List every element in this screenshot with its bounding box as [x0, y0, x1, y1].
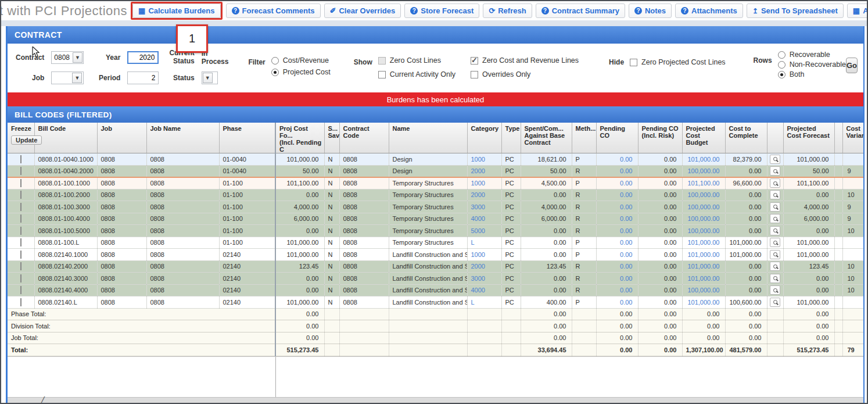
chevron-down-icon[interactable]: ▼ — [73, 52, 83, 63]
pending-co-link[interactable]: 0.00 — [596, 201, 638, 213]
chevron-down-icon[interactable]: ▼ — [203, 73, 213, 83]
checkbox-icon[interactable] — [471, 57, 478, 65]
checkbox-icon[interactable] — [471, 71, 478, 78]
clear-overrides-button[interactable]: ✐ Clear Overrides — [324, 3, 401, 18]
pending-co-link[interactable]: 0.00 — [596, 237, 638, 249]
pending-co-link[interactable]: 0.00 — [596, 273, 638, 285]
category-link[interactable]: 4000 — [467, 284, 501, 296]
store-forecast-button[interactable]: Store Forecast — [404, 3, 479, 18]
search-icon[interactable] — [770, 285, 780, 295]
job-dropdown[interactable]: ▼ — [51, 71, 84, 84]
pending-co-link[interactable]: 0.00 — [596, 296, 638, 309]
checkbox-icon[interactable] — [630, 59, 637, 66]
row-checkbox[interactable] — [20, 238, 21, 246]
row-checkbox[interactable] — [20, 203, 21, 211]
search-icon[interactable] — [770, 214, 780, 223]
radio-non-recoverable[interactable]: Non-Recoverable — [778, 60, 846, 69]
archive-forecast-button[interactable]: ▦ Archive Forecast — [847, 3, 868, 18]
go-button[interactable]: Go — [846, 58, 858, 73]
category-link[interactable]: 3000 — [467, 201, 501, 213]
category-link[interactable]: L — [467, 237, 501, 249]
pending-co-link[interactable]: 0.00 — [596, 260, 638, 273]
contract-dropdown[interactable]: 0808 ▼ — [51, 51, 84, 64]
search-icon[interactable] — [770, 262, 780, 271]
checkbox-current-activity-only[interactable]: Current Activity Only — [378, 70, 455, 78]
pending-co-link[interactable]: 0.00 — [596, 249, 638, 261]
refresh-button[interactable]: ⟳ Refresh — [483, 3, 532, 18]
attachments-button[interactable]: Attachments — [675, 3, 743, 18]
projected-cost-budget-link[interactable]: 100,000.00 — [682, 225, 725, 237]
chevron-down-icon[interactable]: ▼ — [72, 73, 82, 83]
pending-co-link[interactable]: 0.00 — [596, 153, 638, 166]
projected-cost-budget-link[interactable]: 100,000.00 — [682, 165, 725, 177]
search-icon[interactable] — [770, 202, 780, 212]
horizontal-scrollbar[interactable]: ╱ — [8, 397, 863, 404]
category-link[interactable]: L — [467, 296, 501, 309]
row-checkbox[interactable] — [20, 214, 21, 223]
status-dropdown[interactable]: ▼ — [202, 71, 218, 84]
row-checkbox[interactable] — [20, 251, 21, 259]
row-checkbox[interactable] — [20, 155, 21, 163]
radio-both[interactable]: Both — [778, 70, 846, 78]
category-link[interactable]: 1000 — [467, 249, 501, 261]
projected-cost-budget-link[interactable]: 101,000.00 — [682, 237, 725, 249]
row-checkbox[interactable] — [20, 286, 21, 294]
category-link[interactable]: 1000 — [467, 153, 501, 166]
category-link[interactable]: 4000 — [467, 213, 501, 225]
search-icon[interactable] — [770, 155, 780, 164]
radio-icon[interactable] — [778, 71, 785, 78]
projected-cost-budget-link[interactable]: 101,000.00 — [682, 153, 725, 166]
projected-cost-budget-link[interactable]: 101,000.00 — [682, 260, 725, 273]
period-field[interactable] — [127, 71, 159, 84]
search-icon[interactable] — [770, 166, 780, 176]
row-checkbox[interactable] — [20, 227, 21, 235]
pending-co-link[interactable]: 0.00 — [596, 225, 638, 237]
pending-co-link[interactable]: 0.00 — [596, 213, 638, 225]
projected-cost-budget-link[interactable]: 100,000.00 — [682, 201, 725, 213]
category-link[interactable]: 2000 — [467, 260, 501, 273]
pending-co-link[interactable]: 0.00 — [596, 165, 638, 177]
radio-cost-revenue[interactable]: Cost/Revenue — [271, 56, 331, 65]
pending-co-link[interactable]: 0.00 — [596, 177, 638, 190]
search-icon[interactable] — [770, 250, 780, 259]
search-icon[interactable] — [770, 190, 780, 199]
projected-cost-budget-link[interactable]: 101,000.00 — [682, 273, 725, 285]
forecast-comments-button[interactable]: Forecast Comments — [226, 3, 321, 18]
search-icon[interactable] — [770, 178, 780, 188]
calculate-burdens-button[interactable]: ▦ Calculate Burdens — [132, 3, 220, 18]
search-icon[interactable] — [770, 226, 780, 235]
pending-co-link[interactable]: 0.00 — [596, 284, 638, 296]
row-checkbox[interactable] — [20, 167, 21, 175]
projected-cost-budget-link[interactable]: 101,000.00 — [682, 249, 725, 261]
projected-cost-budget-link[interactable]: 100,000.00 — [682, 189, 725, 201]
projected-cost-budget-link[interactable]: 101,000.00 — [682, 296, 725, 309]
search-icon[interactable] — [770, 298, 780, 307]
row-checkbox[interactable] — [20, 262, 21, 270]
category-link[interactable]: 5000 — [467, 225, 501, 237]
category-link[interactable]: 1000 — [467, 177, 501, 190]
radio-icon[interactable] — [271, 57, 279, 65]
radio-icon[interactable] — [271, 69, 279, 76]
row-checkbox[interactable] — [20, 298, 21, 306]
row-checkbox[interactable] — [20, 179, 21, 187]
row-checkbox[interactable] — [20, 274, 21, 283]
checkbox-zero-cost-and-revenue-lines[interactable]: Zero Cost and Revenue Lines — [471, 56, 579, 65]
checkbox-zero-cost-lines[interactable]: Zero Cost Lines — [378, 56, 455, 65]
category-link[interactable]: 3000 — [467, 273, 501, 285]
radio-recoverable[interactable]: Recoverable — [778, 51, 846, 59]
checkbox-overrides-only[interactable]: Overrides Only — [471, 70, 579, 78]
send-to-spreadsheet-button[interactable]: ↥ Send To Spreadsheet — [747, 3, 844, 18]
notes-button[interactable]: Notes — [629, 3, 672, 18]
search-icon[interactable] — [770, 274, 780, 283]
pending-co-link[interactable]: 0.00 — [596, 189, 638, 201]
search-icon[interactable] — [770, 238, 780, 247]
checkbox-icon[interactable] — [378, 57, 386, 65]
projected-cost-budget-link[interactable]: 100,000.00 — [682, 213, 725, 225]
category-link[interactable]: 2000 — [467, 165, 501, 177]
projected-cost-budget-link[interactable]: 101,100.00 — [682, 177, 725, 190]
radio-icon[interactable] — [778, 61, 785, 69]
update-button[interactable]: Update — [11, 135, 42, 145]
checkbox-icon[interactable] — [378, 71, 386, 78]
category-link[interactable]: 2000 — [467, 189, 501, 201]
radio-icon[interactable] — [778, 51, 785, 59]
